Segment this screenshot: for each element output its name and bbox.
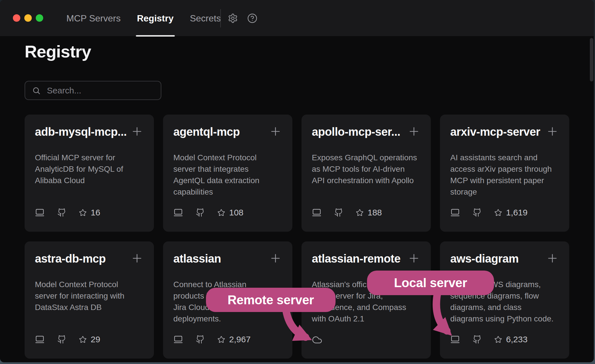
- star-count: 188: [368, 208, 382, 217]
- search-icon: [32, 86, 41, 95]
- server-card-aws-diagram[interactable]: aws-diagram Generate AWS diagrams, seque…: [440, 241, 569, 359]
- settings-button[interactable]: [228, 13, 238, 23]
- server-description: Exposes GraphQL operations as MCP tools …: [312, 152, 425, 186]
- star-icon: [217, 209, 225, 217]
- github-icon[interactable]: [57, 335, 66, 344]
- server-name: arxiv-mcp-server: [450, 125, 540, 139]
- server-description: Model Context Protocol server for intera…: [35, 279, 148, 313]
- laptop-icon: [173, 208, 183, 217]
- server-name: atlassian-remote: [312, 252, 400, 265]
- plus-icon: [130, 252, 144, 265]
- add-server-button[interactable]: [407, 252, 421, 266]
- server-name: apollo-mcp-ser...: [312, 125, 400, 139]
- star-icon: [494, 336, 502, 343]
- search-input[interactable]: [46, 85, 158, 96]
- help-circle-icon: [247, 13, 257, 23]
- server-meta: [312, 335, 322, 345]
- cloud-icon: [312, 335, 322, 345]
- main-nav: MCP Servers Registry Secrets: [66, 0, 221, 37]
- server-card-atlassian-remote[interactable]: atlassian-remote Atlassian's official MC…: [302, 241, 431, 359]
- laptop-icon: [450, 208, 460, 217]
- server-meta: 2,967: [173, 335, 251, 344]
- add-server-button[interactable]: [407, 125, 421, 139]
- plus-icon: [130, 125, 144, 138]
- plus-icon: [269, 252, 282, 265]
- tab-secrets[interactable]: Secrets: [190, 0, 221, 37]
- minimize-window-button[interactable]: [24, 14, 32, 22]
- tab-mcp-servers[interactable]: MCP Servers: [66, 0, 121, 37]
- plus-icon: [407, 252, 421, 265]
- registry-grid: adb-mysql-mcp... Official MCP server for…: [25, 115, 569, 359]
- laptop-icon: [35, 208, 45, 217]
- page-title: Registry: [25, 42, 91, 61]
- star-count: 2,967: [229, 335, 251, 344]
- server-description: Generate AWS diagrams, sequence diagrams…: [450, 279, 564, 325]
- server-description: Model Context Protocol server that integ…: [173, 152, 287, 198]
- add-server-button[interactable]: [546, 252, 559, 266]
- zoom-window-button[interactable]: [36, 14, 43, 22]
- github-icon[interactable]: [57, 208, 66, 217]
- star-count: 1,619: [506, 208, 527, 217]
- server-name: adb-mysql-mcp...: [35, 125, 127, 139]
- title-bar: MCP Servers Registry Secrets: [0, 0, 594, 37]
- star-count: 6,233: [506, 335, 527, 344]
- server-meta: 16: [35, 208, 100, 217]
- server-description: Official MCP server for AnalyticDB for M…: [35, 152, 148, 186]
- github-icon[interactable]: [196, 335, 205, 344]
- server-card-agentql[interactable]: agentql-mcp Model Context Protocol serve…: [163, 115, 292, 232]
- server-name: agentql-mcp: [173, 125, 240, 139]
- server-card-astra-db[interactable]: astra-db-mcp Model Context Protocol serv…: [25, 241, 154, 359]
- plus-icon: [546, 125, 559, 138]
- server-meta: 1,619: [450, 208, 527, 217]
- laptop-icon: [35, 335, 45, 344]
- nav-divider: [220, 9, 221, 27]
- server-meta: 6,233: [450, 335, 527, 344]
- server-name: atlassian: [173, 252, 221, 265]
- add-server-button[interactable]: [269, 252, 282, 266]
- plus-icon: [546, 252, 559, 265]
- github-icon[interactable]: [473, 208, 482, 217]
- star-count: 29: [91, 335, 100, 344]
- github-icon[interactable]: [196, 208, 205, 217]
- server-card-arxiv[interactable]: arxiv-mcp-server AI assistants search an…: [440, 115, 569, 232]
- gear-icon: [228, 13, 238, 23]
- add-server-button[interactable]: [130, 252, 144, 266]
- github-icon[interactable]: [473, 335, 482, 344]
- star-icon: [79, 336, 87, 343]
- laptop-icon: [450, 335, 460, 344]
- server-name: aws-diagram: [450, 252, 519, 265]
- star-icon: [79, 209, 87, 217]
- plus-icon: [269, 125, 282, 138]
- help-button[interactable]: [247, 13, 257, 23]
- server-meta: 108: [173, 208, 243, 217]
- server-meta: 29: [35, 335, 100, 344]
- close-window-button[interactable]: [13, 14, 20, 22]
- server-card-apollo[interactable]: apollo-mcp-ser... Exposes GraphQL operat…: [302, 115, 431, 232]
- laptop-icon: [173, 335, 183, 344]
- star-icon: [356, 209, 364, 217]
- add-server-button[interactable]: [130, 125, 144, 139]
- traffic-lights: [13, 14, 43, 22]
- add-server-button[interactable]: [546, 125, 559, 139]
- server-card-atlassian[interactable]: atlassian Connect to Atlassian products …: [163, 241, 292, 359]
- add-server-button[interactable]: [269, 125, 282, 139]
- server-description: Atlassian's official MCP server for Jira…: [312, 279, 425, 325]
- server-card-adb-mysql[interactable]: adb-mysql-mcp... Official MCP server for…: [25, 115, 154, 232]
- tab-registry[interactable]: Registry: [137, 0, 174, 37]
- star-count: 16: [91, 208, 100, 217]
- star-icon: [494, 209, 502, 217]
- plus-icon: [407, 125, 421, 138]
- star-count: 108: [229, 208, 243, 217]
- server-description: Connect to Atlassian products including …: [173, 279, 287, 325]
- app-window: MCP Servers Registry Secrets Registry: [0, 0, 594, 362]
- vertical-scrollbar-thumb[interactable]: [590, 38, 593, 81]
- server-description: AI assistants search and access arXiv pa…: [450, 152, 564, 198]
- laptop-icon: [312, 208, 322, 217]
- server-meta: 188: [312, 208, 382, 217]
- search-box: [25, 81, 161, 100]
- server-name: astra-db-mcp: [35, 252, 106, 265]
- github-icon[interactable]: [334, 208, 343, 217]
- star-icon: [217, 336, 225, 343]
